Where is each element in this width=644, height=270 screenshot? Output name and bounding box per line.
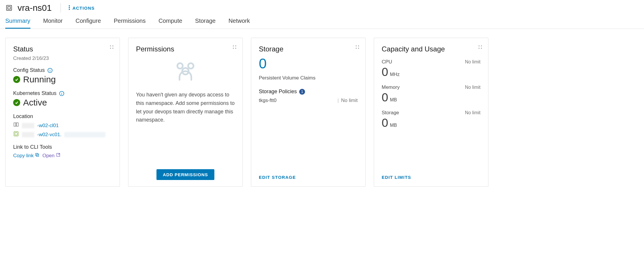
usage-value-memory: 0 MB <box>382 91 481 104</box>
svg-rect-1 <box>8 7 11 9</box>
svg-rect-17 <box>14 132 18 136</box>
svg-point-33 <box>358 48 359 49</box>
tab-permissions[interactable]: Permissions <box>114 18 146 29</box>
redacted-text <box>22 123 34 128</box>
success-check-icon <box>13 76 20 83</box>
vertical-dots-icon <box>68 5 71 11</box>
usage-row-memory: Memory No limit <box>382 84 481 90</box>
header-divider <box>61 3 61 13</box>
cards-row: Status Created 2/16/23 Config Status Run… <box>0 29 644 195</box>
status-card-title: Status <box>13 45 112 53</box>
usage-row-cpu: CPU No limit <box>382 59 481 65</box>
actions-label: ACTIONS <box>73 6 95 11</box>
kubernetes-status-label: Kubernetes Status <box>13 90 112 96</box>
policies-count-badge: 1 <box>299 89 305 95</box>
usage-value-storage: 0 MB <box>382 116 481 129</box>
svg-point-6 <box>112 45 113 46</box>
drag-handle-icon[interactable] <box>478 45 482 49</box>
svg-point-23 <box>233 45 234 46</box>
permissions-card-title: Permissions <box>136 45 235 53</box>
svg-point-14 <box>61 92 62 93</box>
cluster-icon <box>13 122 19 129</box>
usage-row-storage: Storage No limit <box>382 110 481 116</box>
svg-point-37 <box>481 48 482 49</box>
svg-rect-19 <box>36 154 39 156</box>
pvc-label: Persistent Volume Claims <box>259 75 358 81</box>
info-icon[interactable] <box>47 68 53 73</box>
status-created-date: Created 2/16/23 <box>13 56 112 61</box>
vcenter-icon <box>13 131 19 138</box>
copy-icon <box>35 153 39 159</box>
svg-point-26 <box>235 48 236 49</box>
drag-handle-icon[interactable] <box>110 45 114 49</box>
info-icon[interactable] <box>59 91 65 96</box>
tab-summary[interactable]: Summary <box>5 18 30 29</box>
svg-point-34 <box>478 45 479 46</box>
capacity-card: Capacity and Usage CPU No limit 0 MHz Me… <box>374 38 488 187</box>
svg-rect-16 <box>16 123 18 126</box>
users-group-icon <box>172 78 199 83</box>
svg-point-27 <box>177 63 182 68</box>
permissions-empty-text: You haven't given any devops access to t… <box>136 91 235 124</box>
svg-point-2 <box>69 5 70 6</box>
tabs: Summary Monitor Configure Permissions Co… <box>0 14 644 29</box>
edit-storage-button[interactable]: EDIT STORAGE <box>259 175 296 180</box>
status-card: Status Created 2/16/23 Config Status Run… <box>5 38 120 187</box>
tab-network[interactable]: Network <box>228 18 250 29</box>
svg-rect-0 <box>6 5 11 10</box>
kubernetes-status-value: Active <box>13 98 112 108</box>
svg-point-5 <box>110 45 111 46</box>
svg-line-22 <box>58 153 60 155</box>
copy-link-button[interactable]: Copy link <box>13 153 39 159</box>
tab-compute[interactable]: Compute <box>159 18 182 29</box>
location-label: Location <box>13 113 112 120</box>
svg-point-4 <box>69 9 70 10</box>
svg-rect-20 <box>36 153 38 156</box>
tab-configure[interactable]: Configure <box>75 18 101 29</box>
location-vcenter-link[interactable]: -w02-vc01. <box>37 132 61 138</box>
drag-handle-icon[interactable] <box>233 45 237 49</box>
external-link-icon <box>56 153 61 159</box>
cli-tools-label: Link to CLI Tools <box>13 144 112 150</box>
pvc-count: 0 <box>259 56 358 72</box>
config-status-value: Running <box>13 75 112 84</box>
location-cluster-link[interactable]: -w02-cl01 <box>37 123 59 129</box>
redacted-text <box>64 132 105 137</box>
redacted-text <box>22 132 34 137</box>
storage-policies-header: Storage Policies 1 <box>259 89 358 95</box>
svg-point-28 <box>188 63 193 68</box>
location-cluster[interactable]: -w02-cl01 <box>13 122 112 129</box>
svg-rect-15 <box>14 123 16 126</box>
usage-value-cpu: 0 MHz <box>382 65 481 79</box>
svg-point-24 <box>235 45 236 46</box>
edit-limits-button[interactable]: EDIT LIMITS <box>382 175 411 180</box>
open-link-button[interactable]: Open <box>42 153 61 159</box>
namespace-title: vra-ns01 <box>18 3 52 13</box>
svg-point-11 <box>50 69 50 70</box>
config-status-label: Config Status <box>13 67 112 73</box>
actions-menu-button[interactable]: ACTIONS <box>68 5 95 11</box>
page-header: vra-ns01 ACTIONS <box>0 0 644 14</box>
svg-point-3 <box>69 7 70 8</box>
svg-point-36 <box>478 48 479 49</box>
svg-point-32 <box>356 48 357 49</box>
location-vcenter[interactable]: -w02-vc01. <box>13 131 112 138</box>
svg-point-7 <box>110 48 111 49</box>
svg-point-30 <box>356 45 357 46</box>
drag-handle-icon[interactable] <box>355 45 359 49</box>
policy-name: tkgs-ftt0 <box>259 98 276 103</box>
svg-point-31 <box>358 45 359 46</box>
svg-point-25 <box>233 48 234 49</box>
permissions-card: Permissions You haven't given any devops… <box>128 38 243 187</box>
policy-limit: No limit <box>341 98 358 103</box>
success-check-icon <box>13 99 20 106</box>
tab-storage[interactable]: Storage <box>195 18 216 29</box>
svg-point-8 <box>112 48 113 49</box>
svg-rect-18 <box>15 133 17 135</box>
add-permissions-button[interactable]: ADD PERMISSIONS <box>156 169 214 180</box>
namespace-icon <box>5 4 13 12</box>
svg-point-35 <box>481 45 482 46</box>
storage-card-title: Storage <box>259 45 358 53</box>
capacity-card-title: Capacity and Usage <box>382 45 481 53</box>
tab-monitor[interactable]: Monitor <box>43 18 63 29</box>
